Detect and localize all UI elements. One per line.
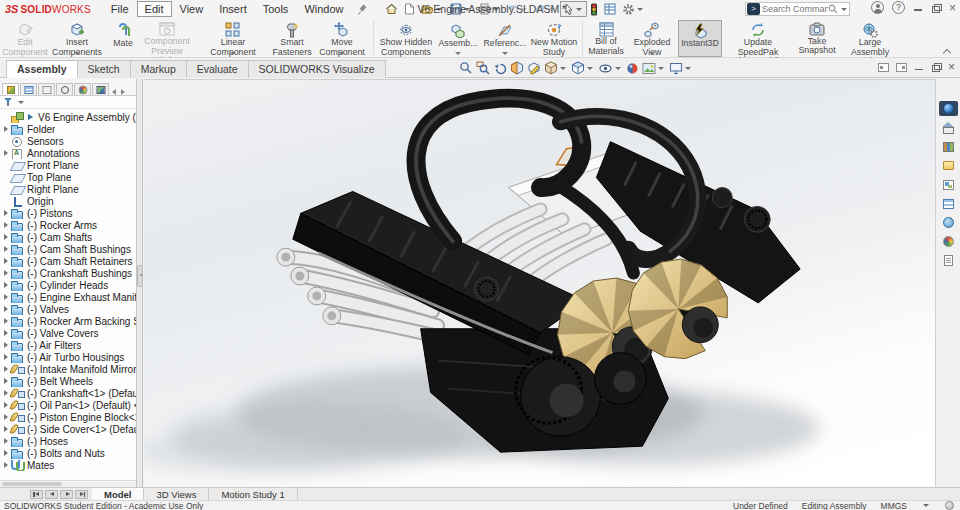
expand-arrow-icon[interactable] [3,209,11,217]
move-component-button[interactable]: Move Component [314,20,370,57]
large-assembly-settings-button[interactable]: Large Assembly Settings [840,20,900,57]
expand-arrow-icon[interactable] [3,305,11,313]
tree-item[interactable]: V6 Engine Assembly (Default) [0,111,136,123]
insert-components-caret[interactable] [74,52,80,55]
help-icon[interactable]: ? [892,1,905,14]
dynamic-annotation-views-icon[interactable] [526,61,542,75]
solidworks-rx-icon[interactable] [587,1,601,18]
panel-splitter[interactable] [137,79,143,487]
expand-arrow-icon[interactable] [3,449,11,457]
tree-item[interactable]: (-) Air Filters [0,339,136,351]
tab-solidworks-visualize[interactable]: SOLIDWORKS Visualize [248,60,386,78]
tree-item[interactable]: (-) Cam Shafts [0,231,136,243]
tree-item[interactable]: (-) Cylinder Heads [0,279,136,291]
solidworks-resources-icon[interactable] [939,101,958,116]
assembly-features-caret[interactable] [455,52,461,55]
dock-pane-left-icon[interactable] [878,63,889,72]
tree-item[interactable]: Folder [0,123,136,135]
visualize-tab[interactable] [92,83,109,95]
view-settings-icon[interactable] [668,62,694,75]
tree-item[interactable]: (-) Crankshaft<1> (Default [0,387,136,399]
expand-arrow-icon[interactable] [3,281,11,289]
zoom-to-fit-icon[interactable] [458,61,474,75]
filter-icon[interactable] [4,97,14,107]
search-commands-box[interactable]: > [745,2,850,16]
new-motion-study-button[interactable]: New Motion Study [529,20,579,57]
scenes-icon[interactable] [939,215,958,230]
design-library-icon[interactable] [939,139,958,154]
tab-assembly[interactable]: Assembly [6,60,78,78]
status-globe-icon[interactable] [945,501,954,510]
splitter-handle[interactable] [137,265,143,287]
tree-item[interactable]: Top Plane [0,171,136,183]
tab-model[interactable]: Model [92,488,144,500]
instant3d-button[interactable]: Instant3D [678,20,722,57]
next-tab-icon[interactable] [60,490,73,499]
hide-show-caret[interactable] [615,67,621,70]
tree-filter-row[interactable] [0,96,136,109]
reference-geometry-button[interactable]: Referenc... [481,20,529,57]
zoom-to-area-icon[interactable] [475,61,491,75]
menu-edit[interactable]: Edit [137,1,172,17]
home-tab-icon[interactable] [939,120,958,135]
search-icon[interactable] [828,4,838,14]
exploded-view-button[interactable]: Exploded View [626,20,678,57]
bill-of-materials-button[interactable]: Bill of Materials [586,20,626,57]
configurationmanager-tab[interactable] [38,83,55,95]
panel-tab-scroll-left-icon[interactable] [110,83,118,95]
home-icon[interactable] [382,1,401,17]
edit-component-button[interactable]: Edit Component [4,20,46,57]
menu-view[interactable]: View [172,1,212,17]
show-hidden-components-button[interactable]: Show Hidden Components [377,20,435,57]
tree-item[interactable]: Mates [0,459,136,471]
smart-fasteners-button[interactable]: Smart Fasteners [270,20,314,57]
view-palette-icon[interactable] [939,177,958,192]
tree-item[interactable]: (-) Rocker Arms [0,219,136,231]
search-commands-input[interactable] [762,4,828,14]
assembly-features-button[interactable]: Assemb... [435,20,481,57]
view-orientation-caret[interactable] [560,67,566,70]
display-style-caret[interactable] [587,67,593,70]
linear-pattern-caret[interactable] [230,52,236,55]
tab-motion-study-1[interactable]: Motion Study 1 [209,488,297,500]
engine-3d-model[interactable] [144,80,935,487]
tree-item[interactable]: (-) Valve Covers [0,327,136,339]
tree-item[interactable]: (-) Air Turbo Housings [0,351,136,363]
component-preview-window-button[interactable]: Component Preview Window [138,20,196,57]
tab-evaluate[interactable]: Evaluate [186,60,249,78]
apply-scene-caret[interactable] [658,67,664,70]
take-snapshot-button[interactable]: Take Snapshot [794,20,840,57]
close-icon[interactable]: × [949,3,956,13]
expand-arrow-icon[interactable] [3,257,11,265]
expand-arrow-icon[interactable] [3,329,11,337]
display-style-icon[interactable] [570,61,596,75]
minimize-icon[interactable] [913,3,923,13]
appearances-scenes-icon[interactable] [939,196,958,211]
linear-component-pattern-button[interactable]: Linear Component Pattern [196,20,270,57]
tree-item[interactable]: (-) Valves [0,303,136,315]
tree-item[interactable]: Right Plane [0,183,136,195]
section-view-icon[interactable] [509,61,525,75]
search-dropdown-caret[interactable] [841,8,847,11]
mate-button[interactable]: Mate [108,20,138,57]
graphics-viewport[interactable] [144,79,935,487]
menu-file[interactable]: File [103,1,137,17]
last-tab-icon[interactable] [75,490,88,499]
user-account-icon[interactable] [871,1,884,14]
view-settings-caret[interactable] [685,67,691,70]
previous-tab-icon[interactable] [45,490,58,499]
toolbox-icon[interactable] [601,1,619,17]
custom-properties-icon[interactable] [939,253,958,268]
tree-item[interactable]: Sensors [0,135,136,147]
tree-item[interactable]: (-) Cam Shaft Retainers [0,255,136,267]
expand-arrow-icon[interactable] [3,269,11,277]
tree-item[interactable]: (-) Engine Exhaust Manifolds [0,291,136,303]
dimxpertmanager-tab[interactable] [56,83,73,95]
tree-item[interactable]: (-) Crankshaft Bushings [0,267,136,279]
tree-item[interactable]: (-) Hoses [0,435,136,447]
menu-window[interactable]: Window [296,1,351,17]
update-speedpak-button[interactable]: Update SpeedPak Subassemblies [722,20,794,57]
hide-show-items-icon[interactable] [597,62,624,75]
ribbon-collapse-icon[interactable] [943,49,952,55]
menu-tools[interactable]: Tools [255,1,297,17]
